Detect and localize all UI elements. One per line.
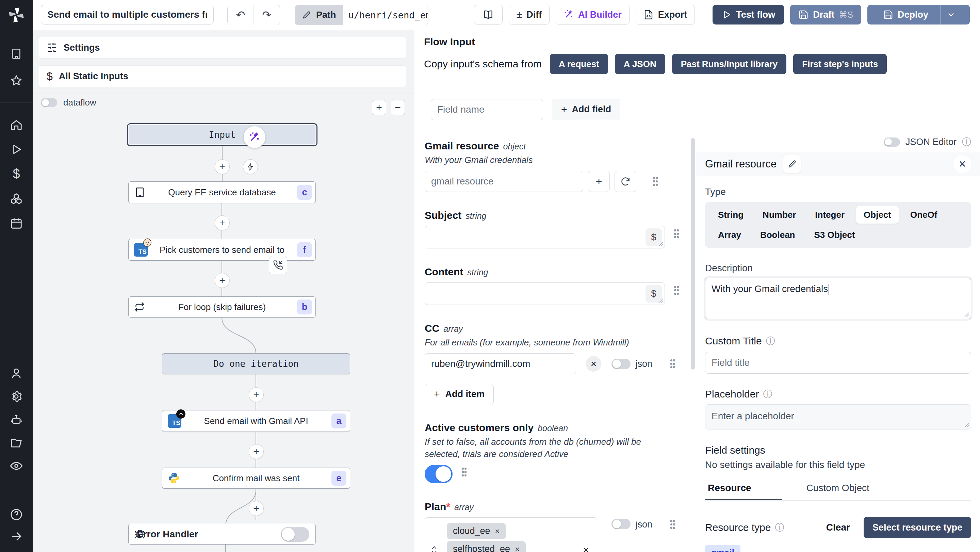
info-icon[interactable]: ⓘ (775, 521, 784, 534)
trigger-bolt-button[interactable] (243, 159, 258, 174)
schema-from-past-runs-button[interactable]: Past Runs/Input library (672, 54, 787, 74)
zoom-in-button[interactable]: + (372, 100, 386, 115)
resources-cubes-icon[interactable] (10, 192, 23, 205)
info-icon[interactable]: ⓘ (962, 136, 971, 148)
field-name-input[interactable] (431, 99, 543, 120)
flow-settings-button[interactable]: Settings (38, 37, 406, 59)
schema-from-first-step-button[interactable]: First step's inputs (793, 54, 887, 74)
edit-title-button[interactable] (783, 155, 801, 173)
plan-tag[interactable]: cloud_ee× (447, 523, 506, 539)
workspace-buildings-icon[interactable] (10, 48, 22, 60)
drag-handle-icon[interactable] (461, 467, 467, 477)
flow-title-input[interactable] (41, 5, 214, 24)
type-option-array[interactable]: Array (711, 226, 749, 244)
add-step-button[interactable]: + (215, 273, 230, 288)
ai-flow-wand-button[interactable] (243, 126, 266, 148)
resize-handle[interactable] (658, 242, 663, 247)
subject-textarea[interactable] (425, 226, 665, 248)
user-icon[interactable] (10, 367, 23, 380)
close-editor-button[interactable]: × (953, 155, 971, 173)
content-textarea[interactable] (425, 282, 665, 305)
custom-title-input[interactable] (705, 352, 971, 374)
node-query-db[interactable]: Query EE service database c (128, 181, 316, 203)
add-step-button[interactable]: + (249, 501, 264, 516)
undo-button[interactable]: ↶ (228, 5, 253, 25)
cc-item-input[interactable] (425, 353, 576, 374)
drag-handle-icon[interactable] (653, 176, 658, 186)
type-option-object[interactable]: Object (856, 206, 899, 224)
remove-tag-icon[interactable]: × (515, 544, 520, 552)
node-for-loop[interactable]: For loop (skip failures) b (128, 296, 316, 318)
node-send-email[interactable]: TS Send email with Gmail API a (162, 410, 350, 432)
error-handler-toggle[interactable] (281, 527, 309, 542)
path-value[interactable]: u/henri/send_em (343, 5, 428, 25)
form-scrollbar[interactable] (691, 138, 695, 370)
reorder-handle-icon[interactable] (430, 545, 438, 552)
refresh-resource-button[interactable] (614, 171, 636, 192)
description-textarea[interactable]: With your Gmail credentials (705, 278, 971, 319)
tab-custom-object[interactable]: Custom Object (804, 483, 872, 500)
select-resource-type-button[interactable]: Select resource type (864, 517, 971, 538)
home-icon[interactable] (10, 118, 23, 131)
windmill-logo[interactable] (0, 0, 33, 30)
draft-button[interactable]: Draft ⌘S (790, 5, 861, 24)
tab-resource[interactable]: Resource (705, 483, 782, 500)
resize-handle[interactable] (964, 312, 969, 318)
docs-book-button[interactable] (474, 5, 503, 24)
info-icon[interactable]: ⓘ (766, 335, 775, 347)
export-button[interactable]: Export (636, 5, 695, 24)
cc-json-toggle[interactable] (611, 359, 630, 369)
type-option-integer[interactable]: Integer (808, 206, 852, 224)
resource-type-badge[interactable]: gmail (705, 545, 740, 552)
type-option-oneof[interactable]: OneOf (903, 206, 945, 224)
add-item-button[interactable]: + Add item (425, 384, 494, 404)
schema-from-request-button[interactable]: A request (550, 54, 608, 74)
all-static-inputs-button[interactable]: $ All Static Inputs (38, 65, 406, 87)
phone-incoming-button[interactable] (269, 256, 287, 274)
plan-json-toggle[interactable] (611, 519, 630, 529)
runs-play-icon[interactable] (10, 143, 22, 156)
drag-handle-icon[interactable] (674, 285, 679, 295)
favorites-star-icon[interactable] (10, 74, 23, 87)
diff-button[interactable]: ± Diff (509, 5, 550, 24)
add-step-button[interactable]: + (215, 215, 230, 231)
add-step-button[interactable]: + (249, 387, 264, 402)
node-pick-customers[interactable]: TS Pick customers to send email to f (128, 239, 316, 261)
json-editor-toggle[interactable] (884, 137, 900, 147)
deploy-dropdown-button[interactable] (940, 5, 962, 24)
placeholder-textarea[interactable]: Enter a placeholder (705, 404, 971, 430)
drag-handle-icon[interactable] (670, 519, 675, 530)
type-option-number[interactable]: Number (755, 206, 803, 224)
help-icon[interactable] (10, 508, 23, 521)
add-resource-button[interactable]: + (588, 171, 610, 192)
add-step-button[interactable]: + (249, 444, 264, 459)
path-control[interactable]: Path u/henri/send_em (295, 5, 428, 25)
clear-tags-button[interactable]: × (583, 544, 589, 552)
info-icon[interactable]: ⓘ (763, 388, 772, 400)
node-error-handler[interactable]: Error Handler (128, 524, 316, 544)
resize-handle[interactable] (964, 422, 969, 428)
add-field-button[interactable]: + Add field (552, 99, 620, 120)
add-step-button[interactable]: + (215, 159, 230, 174)
plan-tag[interactable]: selfhosted_ee× (447, 541, 526, 552)
node-confirm-mail[interactable]: Confirm mail was sent e (162, 468, 350, 489)
node-do-one-iteration[interactable]: Do one iteration (162, 353, 350, 374)
remove-item-button[interactable]: × (585, 356, 601, 372)
clear-resource-button[interactable]: Clear (826, 522, 850, 533)
variables-dollar-icon[interactable]: $ (13, 167, 20, 181)
workers-robot-icon[interactable] (10, 414, 23, 426)
remove-tag-icon[interactable]: × (495, 527, 500, 536)
deploy-main[interactable]: Deploy (875, 5, 936, 24)
resize-handle[interactable] (658, 298, 663, 304)
drag-handle-icon[interactable] (674, 229, 679, 239)
schema-from-json-button[interactable]: A JSON (615, 54, 665, 74)
active-customers-toggle[interactable] (425, 465, 453, 483)
plan-tags-box[interactable]: cloud_ee× selfhosted_ee× selfhosted_pro×… (425, 517, 597, 552)
drag-handle-icon[interactable] (670, 359, 675, 369)
type-option-s3object[interactable]: S3 Object (807, 226, 862, 244)
test-flow-button[interactable]: Test flow (713, 5, 784, 24)
audit-eye-icon[interactable] (10, 459, 23, 473)
type-option-string[interactable]: String (711, 206, 751, 224)
ai-builder-button[interactable]: AI Builder (556, 5, 630, 24)
redo-button[interactable]: ↷ (253, 5, 280, 25)
